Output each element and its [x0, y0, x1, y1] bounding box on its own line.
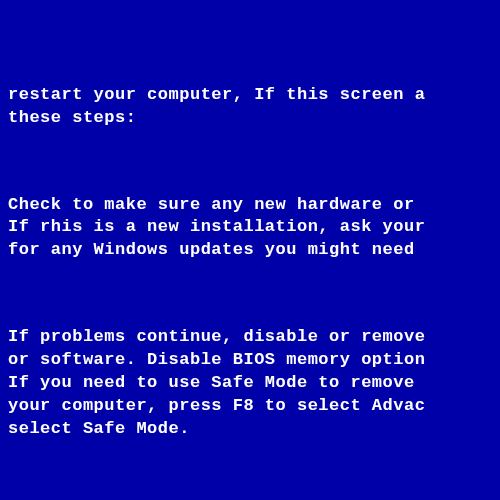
- bsod-intro: restart your computer, If this screen a …: [8, 84, 500, 130]
- bsod-problems-continue: If problems continue, disable or remove …: [8, 326, 500, 441]
- bsod-check-hardware: Check to make sure any new hardware or I…: [8, 194, 500, 263]
